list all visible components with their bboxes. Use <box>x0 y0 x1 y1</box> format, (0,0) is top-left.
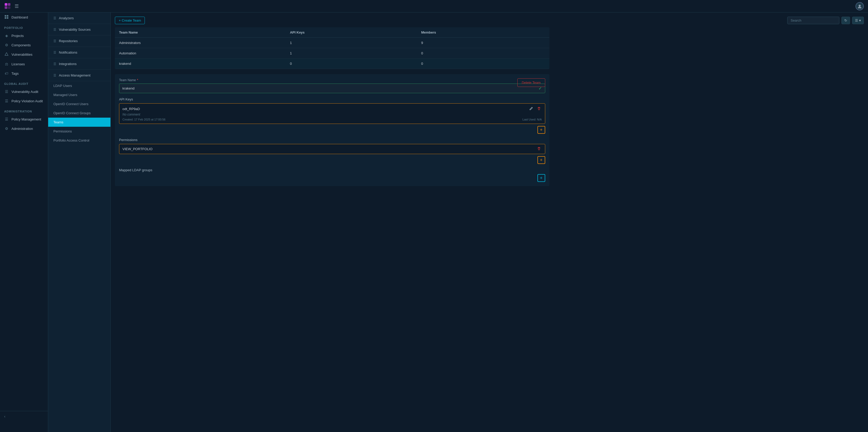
sidebar-item-administration[interactable]: ⚙ Administration <box>0 124 48 133</box>
search-input[interactable] <box>787 16 839 24</box>
sidebar-item-policy-violation-audit[interactable]: ☰ Policy Violation Audit <box>0 96 48 106</box>
teams-table: Team Name API Keys Members Administrator… <box>115 27 549 69</box>
delete-team-button[interactable]: Delete Team <box>517 78 545 87</box>
sidebar-item-tags[interactable]: 🏷 Tags <box>0 69 48 78</box>
sub-openid-connect-users[interactable]: OpenID Connect Users <box>48 99 111 108</box>
repositories-menu-icon: ☰ <box>53 39 56 43</box>
policy-management-label: Policy Management <box>11 118 41 121</box>
add-api-key-button[interactable]: + <box>537 126 545 134</box>
team-name-field-label: Team Name * <box>119 78 545 82</box>
row-team-name: krakend <box>115 59 286 69</box>
openid-groups-label: OpenID Connect Groups <box>53 111 91 115</box>
required-star: * <box>137 78 138 82</box>
col-api-keys: API Keys <box>286 27 417 38</box>
create-team-button[interactable]: + Create Team <box>115 16 145 24</box>
sub-portfolio-access-control[interactable]: Portfolio Access Control <box>48 136 111 145</box>
add-permission-icon: + <box>540 158 542 163</box>
vulnerabilities-label: Vulnerabilities <box>11 53 32 57</box>
team-name-value: krakend <box>122 87 134 90</box>
api-last-used: Last Used: N/A <box>523 118 542 121</box>
sec-sidebar-analyzers[interactable]: ☰ Analyzers <box>48 12 111 24</box>
sec-sidebar-integrations[interactable]: ☰ Integrations <box>48 58 111 70</box>
sub-openid-connect-groups[interactable]: OpenID Connect Groups <box>48 108 111 118</box>
api-meta: Created: 17 Feb 2025 at 17:00:56 Last Us… <box>122 118 542 121</box>
analyzers-menu-icon: ☰ <box>53 16 56 20</box>
sidebar-item-licenses[interactable]: ⚖ Licenses <box>0 59 48 69</box>
row-members: 9 <box>417 38 549 48</box>
notifications-menu-icon: ☰ <box>53 51 56 55</box>
add-ldap-icon: + <box>540 175 542 181</box>
delete-permission-button[interactable] <box>536 146 542 152</box>
delete-api-key-button[interactable] <box>536 106 542 112</box>
api-key-actions <box>528 106 542 112</box>
projects-icon: ◈ <box>4 34 9 38</box>
sidebar-item-projects[interactable]: ◈ Projects <box>0 31 48 40</box>
svg-rect-6 <box>7 15 8 16</box>
view-icon: ☰ <box>855 19 858 22</box>
sub-ldap-users[interactable]: LDAP Users <box>48 81 111 90</box>
access-management-menu-icon: ☰ <box>53 74 56 77</box>
sec-sidebar-repositories[interactable]: ☰ Repositories <box>48 35 111 47</box>
portfolio-section-label: PORTFOLIO <box>0 22 48 31</box>
sidebar-item-components[interactable]: ⚙ Components <box>0 40 48 50</box>
refresh-icon: ↻ <box>844 19 847 22</box>
toolbar-right: ↻ ☰ ▾ <box>787 16 864 24</box>
api-key-row: odt_RP9aD <box>122 106 542 112</box>
api-created: Created: 17 Feb 2025 at 17:00:56 <box>122 118 165 121</box>
topbar-right <box>856 2 864 10</box>
logo-icon <box>4 3 11 10</box>
sidebar-item-dashboard[interactable]: Dashboard <box>0 12 48 22</box>
sub-permissions[interactable]: Permissions <box>48 127 111 136</box>
analyzers-label: Analyzers <box>59 16 74 20</box>
sidebar: Dashboard PORTFOLIO ◈ Projects ⚙ Compone… <box>0 12 48 432</box>
add-permission-button[interactable]: + <box>537 156 545 164</box>
row-members: 0 <box>417 48 549 59</box>
edit-api-key-button[interactable] <box>528 106 534 112</box>
sub-managed-users[interactable]: Managed Users <box>48 90 111 99</box>
content-toolbar: + Create Team ↻ ☰ ▾ <box>115 16 864 24</box>
table-row[interactable]: Automation 1 0 <box>115 48 549 59</box>
global-audit-section-label: GLOBAL AUDIT <box>0 78 48 87</box>
licenses-icon: ⚖ <box>4 62 9 66</box>
create-team-label: + Create Team <box>119 19 141 22</box>
sidebar-collapse-button[interactable]: ‹ <box>0 411 48 422</box>
hamburger-button[interactable]: ☰ <box>14 3 19 9</box>
view-toggle-button[interactable]: ☰ ▾ <box>852 16 864 24</box>
table-row[interactable]: Administrators 1 9 <box>115 38 549 48</box>
sidebar-item-vulnerabilities[interactable]: Vulnerabilities <box>0 50 48 59</box>
portfolio-access-control-label: Portfolio Access Control <box>53 138 89 142</box>
team-name-input[interactable]: krakend ✓ <box>119 84 545 93</box>
row-api-keys: 0 <box>286 59 417 69</box>
add-api-key-icon: + <box>540 127 542 133</box>
sidebar-item-policy-management[interactable]: ☰ Policy Management <box>0 114 48 124</box>
add-api-key-container: + <box>119 126 545 134</box>
content-columns: Team Name API Keys Members Administrator… <box>115 27 864 186</box>
topbar: ☰ <box>0 0 868 12</box>
vulnerability-audit-label: Vulnerability Audit <box>11 90 38 94</box>
sec-sidebar-vulnerability-sources[interactable]: ☰ Vulnerability Sources <box>48 24 111 35</box>
licenses-label: Licenses <box>11 62 25 66</box>
projects-label: Projects <box>11 34 24 38</box>
sidebar-item-vulnerability-audit[interactable]: ☰ Vulnerability Audit <box>0 87 48 96</box>
components-label: Components <box>11 43 31 47</box>
managed-users-label: Managed Users <box>53 93 78 97</box>
sub-teams[interactable]: Teams <box>48 118 111 127</box>
col-team-name: Team Name <box>115 27 286 38</box>
integrations-menu-icon: ☰ <box>53 62 56 66</box>
dashboard-label: Dashboard <box>11 15 28 19</box>
policy-violation-audit-label: Policy Violation Audit <box>11 99 43 103</box>
row-api-keys: 1 <box>286 48 417 59</box>
add-ldap-button[interactable]: + <box>537 174 545 182</box>
view-dropdown-icon: ▾ <box>859 19 861 22</box>
main-layout: Dashboard PORTFOLIO ◈ Projects ⚙ Compone… <box>0 12 868 432</box>
table-row[interactable]: krakend 0 0 <box>115 59 549 69</box>
col-members: Members <box>417 27 549 38</box>
refresh-button[interactable]: ↻ <box>841 16 850 24</box>
svg-rect-2 <box>5 6 7 9</box>
sec-sidebar-notifications[interactable]: ☰ Notifications <box>48 47 111 58</box>
api-key-item: odt_RP9aD <box>119 103 545 124</box>
dashboard-icon <box>4 15 9 20</box>
api-keys-section-title: API Keys <box>119 97 545 101</box>
sec-sidebar-access-management[interactable]: ☰ Access Management <box>48 70 111 81</box>
avatar[interactable] <box>856 2 864 10</box>
